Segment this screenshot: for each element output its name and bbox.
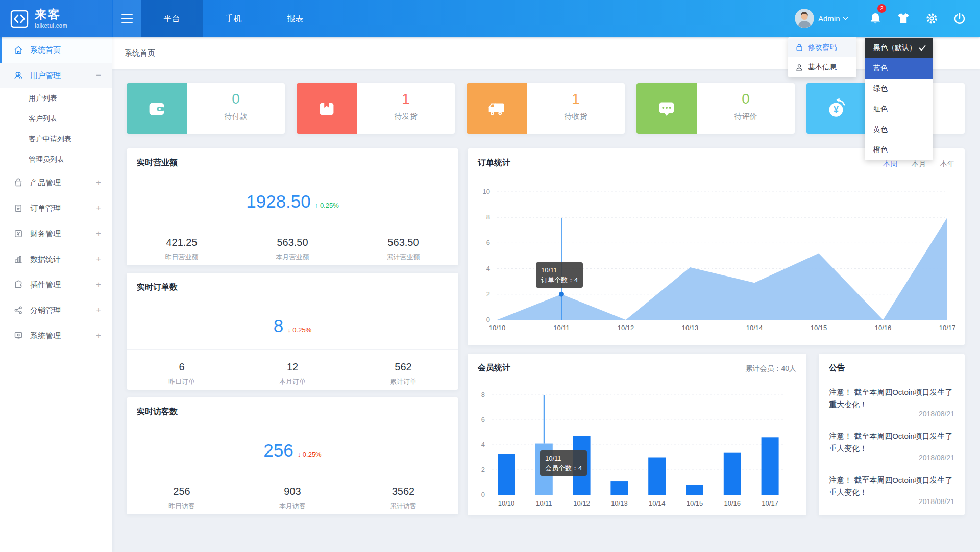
- power-icon[interactable]: [953, 12, 966, 25]
- top-bar: 来客 laiketui.com 平台 手机 报表 Admin 2: [0, 0, 980, 37]
- panel-title: 实时订单数: [137, 282, 178, 293]
- svg-text:10/11: 10/11: [553, 324, 570, 332]
- svg-text:4: 4: [481, 441, 485, 448]
- tooltip-date: 10/11: [541, 265, 578, 275]
- avatar[interactable]: [795, 9, 814, 28]
- sidebar-item-order-management[interactable]: 订单管理 +: [0, 195, 112, 221]
- theme-option-black[interactable]: 黑色（默认）: [865, 38, 933, 58]
- sidebar-item-home[interactable]: 系统首页: [0, 37, 112, 63]
- tab-this-year[interactable]: 本年: [940, 160, 954, 168]
- sidebar: 系统首页 用户管理 − 用户列表 客户列表 客户申请列表 管理员列表 产品管理 …: [0, 37, 112, 552]
- svg-text:10/13: 10/13: [611, 499, 628, 507]
- notice-item[interactable]: 注意！ 截至本周四Octoin项目发生了重大变化！ 2018/08/21: [829, 424, 954, 468]
- sidebar-item-system-management[interactable]: 系统管理 +: [0, 323, 112, 348]
- panel-notice: 公告 注意！ 截至本周四Octoin项目发生了重大变化！ 2018/08/21 …: [819, 354, 965, 515]
- sidebar-subitem-user-list[interactable]: 用户列表: [0, 88, 112, 109]
- stat-card-pending-payment[interactable]: 0 待付款: [127, 83, 285, 134]
- admin-user-label[interactable]: Admin: [818, 0, 840, 37]
- sidebar-item-product-management[interactable]: 产品管理 +: [0, 170, 112, 195]
- chevron-down-icon[interactable]: [843, 17, 848, 20]
- theme-option-green[interactable]: 绿色: [865, 79, 933, 99]
- sidebar-subitem-customer-list[interactable]: 客户列表: [0, 109, 112, 129]
- sidebar-subitem-customer-apply-list[interactable]: 客户申请列表: [0, 129, 112, 149]
- collapse-icon[interactable]: −: [96, 70, 101, 81]
- notice-item[interactable]: 注意！ 截至本周四Octoin项目发生了重大变化！ 2018/08/21: [829, 468, 954, 512]
- plugin-icon: [13, 280, 23, 290]
- expand-icon[interactable]: +: [96, 229, 101, 239]
- notice-text: 注意！ 截至本周四Octoin项目发生了重大变化！: [829, 380, 954, 411]
- stat-label: 累计营业额: [348, 253, 458, 262]
- stat-label: 累计访客: [348, 501, 458, 511]
- menu-item-change-password[interactable]: 修改密码: [788, 37, 856, 57]
- stat-card-pending-shipment[interactable]: 1 待发货: [297, 83, 455, 134]
- notice-item[interactable]: 注意！ 截至本周四Octoin项目发生了重大变化！ 2018/08/21: [829, 380, 954, 424]
- trend-up-label: ↑ 0.25%: [315, 202, 339, 209]
- theme-option-red[interactable]: 红色: [865, 99, 933, 119]
- panel-title: 实时营业额: [137, 158, 178, 168]
- menu-item-label: 基本信息: [808, 63, 837, 72]
- user-dropdown-menu: 修改密码 基本信息: [788, 37, 856, 77]
- sidebar-item-label: 分销管理: [30, 306, 61, 315]
- stat-value: 256: [127, 486, 237, 497]
- sidebar-item-label: 用户管理: [30, 71, 61, 81]
- svg-text:10/13: 10/13: [682, 324, 699, 332]
- member-bar-chart[interactable]: 0246810/1010/1110/1210/1310/1410/1510/16…: [475, 380, 799, 512]
- share-icon: [13, 305, 23, 315]
- sidebar-item-distribution-management[interactable]: 分销管理 +: [0, 297, 112, 323]
- sidebar-item-finance-management[interactable]: 财务管理 +: [0, 221, 112, 246]
- notice-date: 2018/08/21: [919, 410, 954, 418]
- user-icon: [795, 63, 803, 71]
- menu-item-basic-info[interactable]: 基本信息: [788, 57, 856, 77]
- svg-text:10/12: 10/12: [618, 324, 634, 332]
- expand-icon[interactable]: +: [96, 254, 101, 264]
- truck-icon: [467, 83, 527, 134]
- logo-subtitle: laiketui.com: [35, 23, 67, 29]
- panel-title: 会员统计: [478, 363, 510, 373]
- lock-icon: [795, 43, 803, 52]
- stat-label: 本月订单: [237, 377, 348, 386]
- svg-text:10/15: 10/15: [811, 324, 827, 332]
- svg-text:10/16: 10/16: [875, 324, 892, 332]
- svg-text:10/17: 10/17: [939, 324, 956, 332]
- expand-icon[interactable]: +: [96, 280, 101, 290]
- panel-title: 订单统计: [478, 158, 510, 168]
- theme-option-yellow[interactable]: 黄色: [865, 119, 933, 140]
- tab-this-week[interactable]: 本周: [883, 160, 897, 168]
- stat-card-pending-receipt[interactable]: 1 待收货: [467, 83, 625, 134]
- app-logo[interactable]: 来客 laiketui.com: [0, 0, 112, 37]
- svg-text:10/10: 10/10: [489, 324, 506, 332]
- sidebar-subitem-admin-list[interactable]: 管理员列表: [0, 149, 112, 170]
- svg-text:10/14: 10/14: [746, 324, 763, 332]
- gear-icon[interactable]: [925, 12, 938, 25]
- notification-badge: 2: [877, 4, 886, 13]
- expand-icon[interactable]: +: [96, 203, 101, 213]
- users-icon: [13, 70, 23, 81]
- stat-label: 昨日订单: [127, 377, 237, 386]
- expand-icon[interactable]: +: [96, 305, 101, 315]
- refund-icon: ¥: [806, 83, 867, 134]
- order-area-chart[interactable]: 024681010/1010/1110/1210/1310/1410/1510/…: [475, 179, 960, 337]
- theme-option-blue[interactable]: 蓝色: [865, 58, 933, 79]
- sidebar-item-plugin-management[interactable]: 插件管理 +: [0, 272, 112, 297]
- svg-text:10: 10: [483, 188, 490, 195]
- tab-this-month[interactable]: 本月: [912, 160, 926, 168]
- sidebar-item-user-management[interactable]: 用户管理 −: [0, 63, 112, 88]
- nav-tab-mobile[interactable]: 手机: [203, 0, 264, 37]
- shirt-icon[interactable]: [897, 12, 910, 24]
- panel-realtime-revenue: 实时营业额 1928.50↑ 0.25% 421.25昨日营业额 563.50本…: [127, 148, 458, 265]
- expand-icon[interactable]: +: [96, 178, 101, 188]
- sidebar-item-label: 数据统计: [30, 255, 61, 264]
- nav-tab-report[interactable]: 报表: [264, 0, 326, 37]
- expand-icon[interactable]: +: [96, 331, 101, 341]
- stat-value: 421.25: [127, 237, 237, 248]
- panel-realtime-orders: 实时订单数 8↓ 0.25% 6昨日订单 12本月订单 562累计订单: [127, 273, 458, 390]
- svg-text:2: 2: [481, 466, 485, 473]
- stat-card-pending-review[interactable]: 0 待评价: [636, 83, 795, 134]
- hamburger-menu-icon[interactable]: [113, 0, 141, 37]
- sidebar-item-data-statistics[interactable]: 数据统计 +: [0, 246, 112, 272]
- notice-date: 2018/08/21: [919, 454, 954, 462]
- bell-icon[interactable]: [869, 12, 881, 26]
- nav-tab-platform[interactable]: 平台: [141, 0, 203, 37]
- theme-option-orange[interactable]: 橙色: [865, 140, 933, 160]
- trend-down-label: ↓ 0.25%: [298, 450, 322, 458]
